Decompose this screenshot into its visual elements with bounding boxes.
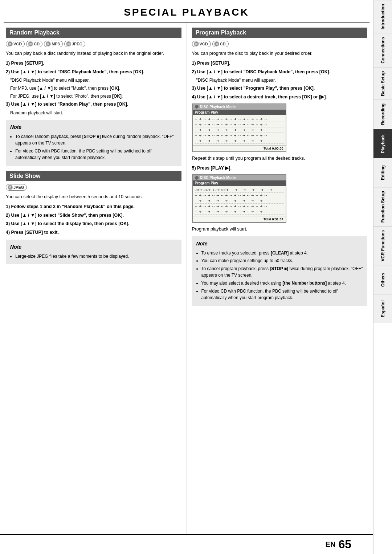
program-note-5: For video CD with PBC function, the PBC … (201, 288, 363, 301)
screen1-row-5: -- ➜ -- ➜ -- ➜ -- ➜ -- ➜ -- ➜ -- ➜ -- ➜ … (195, 138, 283, 144)
random-step-3: 3) Use [▲ / ▼] to select "Random Play", … (6, 101, 181, 108)
program-step-3: 3) Use [▲ / ▼] to select "Program Play",… (192, 85, 368, 92)
program-note-box: Note To erase tracks you selected, press… (192, 236, 368, 306)
sidebar-tab-introduction[interactable]: Introduction (373, 0, 392, 33)
random-step-3-sub: Random playback will start. (10, 110, 181, 116)
format-cd-pp: CD (212, 41, 229, 47)
screen2-disc-icon (195, 176, 199, 180)
slide-note-title: Note (10, 243, 177, 251)
page-wrapper: SPECIAL PLAYBACK Random Playback VCD CD (0, 0, 392, 554)
screen2-title: DISC Playback Mode (200, 176, 236, 180)
sidebar-tab-connections[interactable]: Connections (373, 33, 392, 67)
format-vcd-pp: VCD (192, 41, 211, 47)
random-intro: You can play back a disc randomly instea… (6, 50, 181, 57)
program-playback-header: Program Playback (192, 28, 368, 38)
slide-step-2: 2) Use [▲ / ▼] to select "Slide Show", t… (6, 212, 181, 219)
program-step-5: 5) Press [PLAY ▶]. (192, 165, 368, 172)
sidebar-tab-basic-setup[interactable]: Basic Setup (373, 67, 392, 100)
sidebar-tab-others[interactable]: Others (373, 265, 392, 294)
program-intro: You can program the disc to play back in… (192, 50, 368, 57)
sidebar-tab-espanol[interactable]: Español (373, 294, 392, 323)
disc-icon-cd-pp (214, 41, 219, 46)
random-note-box: Note To cancel random playback, press [S… (6, 120, 181, 166)
slide-show-formats: JPEG (6, 184, 181, 191)
slide-notes: Large-size JPEG files take a few moments… (10, 253, 177, 260)
screen1-title-bar: DISC Playback Mode (193, 104, 286, 110)
program-note-3: To cancel program playback, press [STOP … (201, 265, 363, 279)
program-step-4: 4) Use [▲ / ▼] to select a desired track… (192, 94, 368, 101)
program-step-2-sub: "DISC Playback Mode" menu will appear. (196, 77, 368, 83)
screen-mockup-1: DISC Playback Mode Program Play -- ➜ -- … (192, 103, 286, 152)
sidebar-tab-editing[interactable]: Editing (373, 158, 392, 187)
random-step-2: 2) Use [▲ / ▼] to select "DISC Playback … (6, 69, 181, 76)
repeat-text: Repeat this step until you program all t… (192, 155, 368, 162)
screen2-row-4: -- ➜ -- ➜ -- ➜ -- ➜ -- ➜ -- ➜ -- ➜ -- ➜ … (195, 204, 283, 209)
sidebar-tab-recording[interactable]: Recording (373, 99, 392, 129)
screen-mockup-2: DISC Playback Mode Program Play 09➜ 04➜ … (192, 174, 286, 223)
screen1-row-1: -- ➜ -- ➜ -- ➜ -- ➜ -- ➜ -- ➜ -- ➜ -- ➜ … (195, 117, 283, 122)
random-step-2-sub3: For JPEG, use [▲ / ▼] to select "Photo",… (10, 93, 181, 99)
random-step-2-sub2: For MP3, use [▲ / ▼] to select "Music", … (10, 85, 181, 91)
finish-text: Program playback will start. (192, 226, 368, 233)
program-playback-section: Program Playback VCD CD You can program … (192, 28, 368, 306)
program-note-4: You may also select a desired track usin… (201, 280, 363, 287)
random-note-title: Note (10, 123, 177, 131)
disc-icon-vcd-pp (194, 41, 199, 46)
sidebar-tab-playback[interactable]: Playback (373, 129, 392, 158)
screen2-row-2: -- ➜ -- ➜ -- ➜ -- ➜ -- ➜ -- ➜ -- ➜ -- ➜ … (195, 193, 283, 198)
screen2-sub: Program Play (193, 180, 286, 186)
format-jpeg: JPEG (64, 41, 85, 47)
footer-page-number: 65 (338, 538, 351, 551)
program-note-title: Note (196, 240, 363, 248)
screen2-footer: Total 0:31:07 (193, 216, 286, 222)
slide-step-3: 3) Use [▲ / ▼] to select the display tim… (6, 220, 181, 227)
random-playback-formats: VCD CD MP3 JPEG (6, 41, 181, 47)
screen2-row-3: -- ➜ -- ➜ -- ➜ -- ➜ -- ➜ -- ➜ -- ➜ -- ➜ … (195, 198, 283, 204)
screen1-row-4: -- ➜ -- ➜ -- ➜ -- ➜ -- ➜ -- ➜ -- ➜ -- ➜ … (195, 133, 283, 138)
main-content: SPECIAL PLAYBACK Random Playback VCD CD (0, 0, 373, 554)
slide-note-1: Large-size JPEG files take a few moments… (15, 253, 177, 260)
slide-note-box: Note Large-size JPEG files take a few mo… (6, 240, 181, 264)
random-playback-header: Random Playback (6, 28, 181, 38)
program-notes: To erase tracks you selected, press [CLE… (196, 250, 363, 301)
right-column: Program Playback VCD CD You can program … (187, 23, 370, 534)
screen1-title: DISC Playback Mode (200, 105, 236, 109)
slide-show-header: Slide Show (6, 171, 181, 181)
disc-icon-cd (28, 41, 33, 46)
columns: Random Playback VCD CD MP3 JPE (0, 23, 373, 534)
format-cd: CD (26, 41, 42, 47)
screen1-rows: -- ➜ -- ➜ -- ➜ -- ➜ -- ➜ -- ➜ -- ➜ -- ➜ … (193, 115, 286, 145)
disc-icon-vcd (8, 41, 13, 46)
program-note-2: You can make program settings up to 50 t… (201, 257, 363, 264)
page-title: SPECIAL PLAYBACK (4, 0, 369, 23)
random-note-1: To cancel random playback, press [STOP ■… (15, 133, 177, 147)
screen1-sub: Program Play (193, 110, 286, 115)
screen2-title-bar: DISC Playback Mode (193, 175, 286, 180)
page-footer: EN 65 (0, 534, 373, 554)
format-vcd: VCD (6, 41, 25, 47)
screen2-row-1: 09➜ 04➜ 10➜ 06➜ -- ➜ -- ➜ -- ➜ -- ➜ -- ➜… (195, 187, 283, 193)
screen2-rows: 09➜ 04➜ 10➜ 06➜ -- ➜ -- ➜ -- ➜ -- ➜ -- ➜… (193, 186, 286, 216)
program-note-1: To erase tracks you selected, press [CLE… (201, 250, 363, 257)
format-jpeg-ss: JPEG (6, 184, 27, 191)
random-step-2-sub1: "DISC Playback Mode" menu will appear. (10, 77, 181, 83)
screen1-footer: Total 0:00:00 (193, 145, 286, 151)
screen1-row-3: -- ➜ -- ➜ -- ➜ -- ➜ -- ➜ -- ➜ -- ➜ -- ➜ … (195, 127, 283, 133)
disc-icon-jpeg-ss (8, 185, 13, 190)
left-column: Random Playback VCD CD MP3 JPE (4, 23, 187, 534)
sidebar-tab-vcr-functions[interactable]: VCR Functions (373, 226, 392, 265)
program-step-1: 1) Press [SETUP]. (192, 60, 368, 67)
slide-show-intro: You can select the display time between … (6, 194, 181, 200)
disc-icon-mp3 (46, 41, 51, 46)
random-step-1: 1) Press [SETUP]. (6, 60, 181, 67)
screen2-row-5: -- ➜ -- ➜ -- ➜ -- ➜ -- ➜ -- ➜ -- ➜ -- ➜ … (195, 209, 283, 215)
program-playback-formats: VCD CD (192, 41, 368, 47)
screen1-row-2: -- ➜ -- ➜ -- ➜ -- ➜ -- ➜ -- ➜ -- ➜ -- ➜ … (195, 122, 283, 127)
slide-step-1: 1) Follow steps 1 and 2 in "Random Playb… (6, 203, 181, 210)
sidebar-tab-function-setup[interactable]: Function Setup (373, 187, 392, 226)
sidebar: Introduction Connections Basic Setup Rec… (373, 0, 392, 554)
footer-en-label: EN (326, 540, 336, 549)
random-notes: To cancel random playback, press [STOP ■… (10, 133, 177, 161)
slide-step-4: 4) Press [SETUP] to exit. (6, 229, 181, 236)
format-mp3: MP3 (44, 41, 63, 47)
